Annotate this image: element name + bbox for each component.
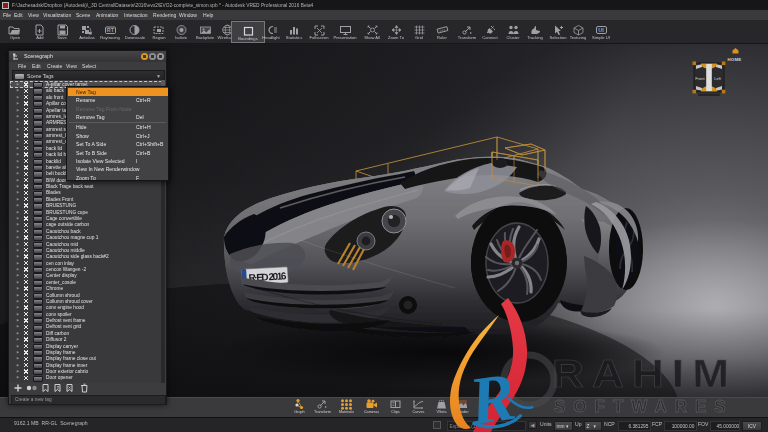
svg-text:RT: RT [106, 27, 114, 33]
svg-text:Front: Front [695, 76, 705, 81]
svg-text:Left: Left [714, 76, 722, 81]
svg-text:HOME: HOME [728, 57, 742, 62]
svg-text:UI: UI [598, 27, 604, 33]
